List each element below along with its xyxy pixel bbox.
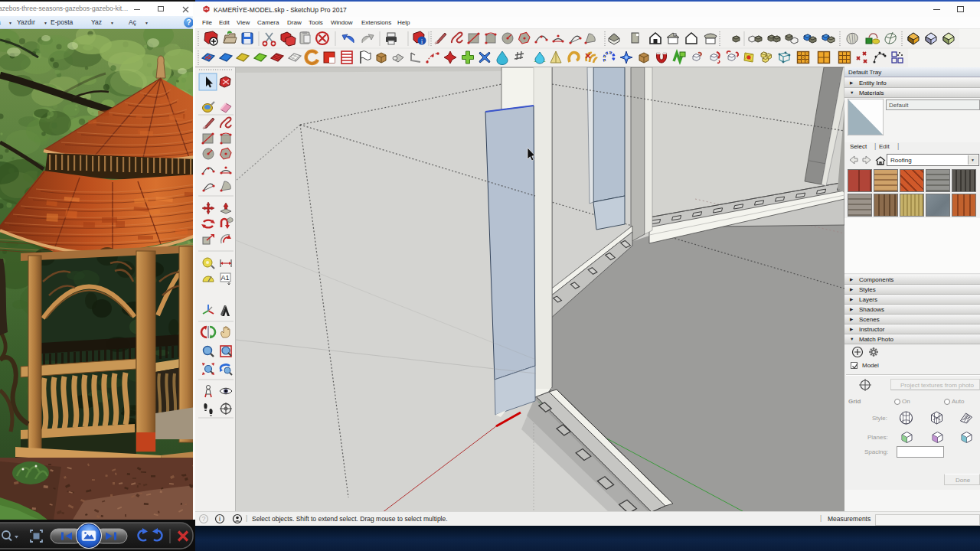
svg-text:A1: A1 bbox=[220, 274, 229, 282]
svg-text:i: i bbox=[219, 515, 220, 523]
svg-text:?: ? bbox=[201, 515, 205, 523]
